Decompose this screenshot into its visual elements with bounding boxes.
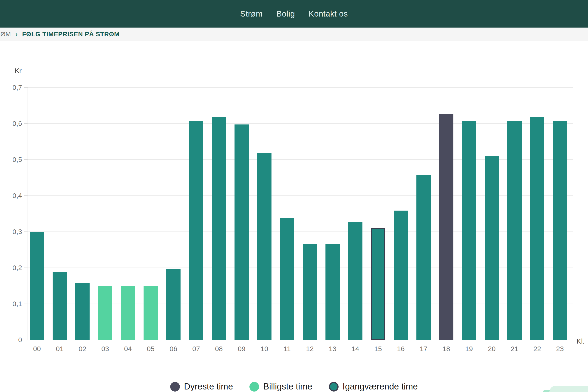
bar-hour-08[interactable] bbox=[212, 117, 226, 340]
x-axis-tick-label: 20 bbox=[488, 345, 496, 353]
bar-hour-02[interactable] bbox=[75, 283, 90, 340]
x-axis-baseline bbox=[28, 340, 573, 340]
y-axis-tick-label: 0,1 bbox=[3, 300, 22, 308]
bar-hour-05[interactable] bbox=[144, 286, 158, 340]
legend-item-billigste-time: Billigste time bbox=[250, 382, 312, 392]
x-axis-tick-label: 06 bbox=[170, 345, 177, 353]
y-axis-tick bbox=[24, 268, 28, 268]
y-axis-tick bbox=[24, 87, 28, 88]
y-axis-tick bbox=[24, 304, 28, 304]
y-axis-tick-label: 0,3 bbox=[3, 228, 22, 236]
x-axis-tick-label: 17 bbox=[420, 345, 427, 353]
x-axis-tick-label: 16 bbox=[397, 345, 404, 353]
y-axis-unit-label: Kr bbox=[15, 67, 22, 75]
x-axis-tick-label: 08 bbox=[215, 345, 222, 353]
bar-hour-01[interactable] bbox=[52, 272, 67, 340]
breadcrumb: ØM › FØLG TIMEPRISEN PÅ STRØM bbox=[0, 28, 588, 41]
bar-hour-16[interactable] bbox=[394, 210, 408, 340]
x-axis-tick-label: 09 bbox=[238, 345, 245, 353]
bar-hour-11[interactable] bbox=[280, 218, 294, 340]
y-axis-tick bbox=[24, 196, 28, 196]
x-axis-tick-label: 18 bbox=[442, 345, 450, 353]
y-axis-tick bbox=[24, 340, 28, 340]
bar-hour-10[interactable] bbox=[257, 153, 272, 340]
y-axis-tick-label: 0,2 bbox=[3, 264, 22, 272]
nav-item-kontakt-os[interactable]: Kontakt os bbox=[309, 9, 348, 18]
x-axis-tick-label: 12 bbox=[306, 345, 314, 353]
x-axis-tick-label: 05 bbox=[147, 345, 154, 353]
bar-hour-19[interactable] bbox=[462, 121, 476, 340]
gridline bbox=[28, 87, 573, 88]
x-axis-tick-label: 03 bbox=[101, 345, 109, 353]
y-axis-tick-label: 0 bbox=[3, 336, 22, 344]
x-axis-tick-label: 15 bbox=[374, 345, 382, 353]
bar-hour-14[interactable] bbox=[348, 222, 362, 340]
bar-hour-17[interactable] bbox=[416, 175, 431, 340]
x-axis-tick-label: 11 bbox=[284, 345, 290, 353]
y-axis-tick-label: 0,4 bbox=[3, 192, 22, 200]
x-axis-tick-label: 07 bbox=[192, 345, 200, 353]
bar-hour-09[interactable] bbox=[234, 124, 249, 340]
chat-widget-peek[interactable] bbox=[550, 386, 588, 392]
x-axis-unit-label: Kl. bbox=[576, 337, 584, 345]
x-axis-tick-label: 19 bbox=[465, 345, 473, 353]
current-hour-dot-icon bbox=[329, 382, 338, 392]
x-axis-tick-label: 14 bbox=[352, 345, 359, 353]
legend-label: Billigste time bbox=[263, 382, 312, 392]
bar-hour-15[interactable] bbox=[371, 228, 385, 340]
y-axis-tick-label: 0,7 bbox=[3, 84, 22, 92]
x-axis-tick-label: 23 bbox=[556, 345, 564, 353]
cheapest-hour-dot-icon bbox=[250, 382, 259, 392]
x-axis-tick-label: 22 bbox=[533, 345, 541, 353]
bar-hour-23[interactable] bbox=[553, 121, 567, 340]
bar-hour-20[interactable] bbox=[485, 156, 499, 340]
y-axis-tick-label: 0,5 bbox=[3, 156, 22, 164]
chart-legend: Dyreste time Billigste time Igangværende… bbox=[0, 382, 588, 392]
bar-hour-13[interactable] bbox=[326, 244, 340, 340]
bar-hour-12[interactable] bbox=[303, 244, 317, 340]
legend-item-dyreste-time: Dyreste time bbox=[170, 382, 233, 392]
x-axis-tick-label: 02 bbox=[78, 345, 86, 353]
hourly-price-bar-chart: Kr Kl. 00,10,20,30,40,50,60,700010203040… bbox=[28, 88, 573, 340]
x-axis-tick-label: 01 bbox=[56, 345, 64, 353]
legend-label: Dyreste time bbox=[184, 382, 233, 392]
x-axis-tick-label: 13 bbox=[329, 345, 336, 353]
y-axis-tick bbox=[24, 123, 28, 124]
bar-hour-03[interactable] bbox=[98, 286, 112, 340]
bar-hour-04[interactable] bbox=[121, 286, 135, 340]
bar-hour-22[interactable] bbox=[530, 117, 544, 340]
bar-hour-06[interactable] bbox=[166, 269, 180, 340]
y-axis-tick bbox=[24, 159, 28, 160]
bar-hour-07[interactable] bbox=[189, 121, 203, 340]
top-navigation-bar: Strøm Bolig Kontakt os bbox=[0, 0, 588, 28]
expensive-hour-dot-icon bbox=[170, 382, 180, 392]
nav-item-bolig[interactable]: Bolig bbox=[276, 9, 295, 18]
chevron-right-icon: › bbox=[16, 30, 18, 38]
x-axis-tick-label: 21 bbox=[510, 345, 518, 353]
breadcrumb-current-page: FØLG TIMEPRISEN PÅ STRØM bbox=[22, 30, 120, 38]
y-axis-tick-label: 0,6 bbox=[3, 120, 22, 128]
y-axis-tick bbox=[24, 232, 28, 232]
bar-hour-18[interactable] bbox=[439, 114, 454, 340]
breadcrumb-parent-link[interactable]: ØM bbox=[0, 30, 11, 38]
bar-hour-21[interactable] bbox=[508, 121, 522, 340]
nav-item-strom[interactable]: Strøm bbox=[240, 9, 263, 18]
gridline bbox=[28, 123, 573, 124]
legend-label: Igangværende time bbox=[343, 382, 418, 392]
x-axis-tick-label: 00 bbox=[33, 345, 41, 353]
x-axis-tick-label: 10 bbox=[260, 345, 268, 353]
legend-item-igangvaerende-time: Igangværende time bbox=[329, 382, 418, 392]
bar-hour-00[interactable] bbox=[30, 232, 44, 340]
x-axis-tick-label: 04 bbox=[124, 345, 132, 353]
